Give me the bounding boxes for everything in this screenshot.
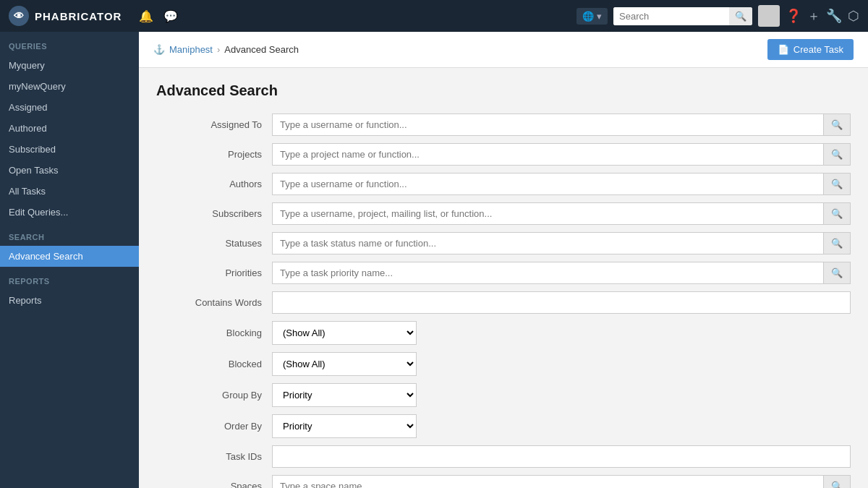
label-authors: Authors xyxy=(156,179,272,189)
control-spaces: 🔍 xyxy=(272,475,851,488)
form-row-assigned-to: Assigned To 🔍 xyxy=(156,114,851,136)
contains-words-input[interactable] xyxy=(272,291,851,314)
sidebar-item-myquery[interactable]: Myquery xyxy=(0,55,139,76)
form-row-statuses: Statuses 🔍 xyxy=(156,232,851,254)
create-task-button[interactable]: 📄 Create Task xyxy=(767,39,854,60)
label-subscribers: Subscribers xyxy=(156,208,272,219)
blocking-select[interactable]: (Show All) xyxy=(272,321,417,345)
advanced-search-form: Assigned To 🔍 Projects 🔍 Aut xyxy=(156,114,851,488)
form-row-priorities: Priorities 🔍 xyxy=(156,262,851,284)
statuses-search-btn[interactable]: 🔍 xyxy=(823,232,851,254)
breadcrumb-bar: ⚓ Maniphest › Advanced Search 📄 Create T… xyxy=(139,32,868,68)
create-task-icon: 📄 xyxy=(778,44,789,55)
form-row-task-ids: Task IDs xyxy=(156,445,851,468)
control-order-by: Priority xyxy=(272,414,851,438)
breadcrumb-anchor-icon: ⚓ xyxy=(153,44,165,55)
form-row-spaces: Spaces 🔍 xyxy=(156,475,851,488)
form-row-contains-words: Contains Words xyxy=(156,291,851,314)
task-ids-input[interactable] xyxy=(272,445,851,468)
label-spaces: Spaces xyxy=(156,481,272,488)
sidebar-item-editqueries[interactable]: Edit Queries... xyxy=(0,202,139,223)
sidebar: QUERIES Myquery myNewQuery Assigned Auth… xyxy=(0,32,139,488)
global-search: 🔍 xyxy=(613,7,752,25)
spaces-search-btn[interactable]: 🔍 xyxy=(823,475,851,488)
control-task-ids xyxy=(272,445,851,468)
assigned-to-input[interactable] xyxy=(272,114,823,136)
page-content: Advanced Search Assigned To 🔍 Projects xyxy=(139,68,868,488)
language-button[interactable]: 🌐 ▾ xyxy=(576,8,608,25)
sidebar-section-queries: QUERIES Myquery myNewQuery Assigned Auth… xyxy=(0,32,139,223)
statuses-input[interactable] xyxy=(272,232,823,254)
control-subscribers: 🔍 xyxy=(272,202,851,225)
control-projects: 🔍 xyxy=(272,143,851,166)
main-layout: QUERIES Myquery myNewQuery Assigned Auth… xyxy=(0,32,868,488)
breadcrumb: ⚓ Maniphest › Advanced Search xyxy=(153,44,299,55)
label-priorities: Priorities xyxy=(156,267,272,278)
settings-icon[interactable]: 🔧 xyxy=(826,8,842,24)
label-order-by: Order By xyxy=(156,421,272,432)
help-icon[interactable]: ❓ xyxy=(786,8,801,24)
sidebar-section-label-queries: QUERIES xyxy=(0,32,139,55)
bell-icon[interactable]: 🔔 xyxy=(136,7,156,26)
sidebar-item-alltasks[interactable]: All Tasks xyxy=(0,181,139,202)
logo-icon: 👁 xyxy=(9,6,29,26)
sidebar-item-mynewquery[interactable]: myNewQuery xyxy=(0,76,139,97)
label-contains-words: Contains Words xyxy=(156,297,272,308)
label-statuses: Statuses xyxy=(156,238,272,249)
avatar[interactable] xyxy=(758,5,780,27)
top-navigation: 👁 PHABRICATOR 🔔 💬 🌐 ▾ 🔍 ❓ ＋ 🔧 ⬡ xyxy=(0,0,868,32)
priorities-search-btn[interactable]: 🔍 xyxy=(823,262,851,284)
blocked-select[interactable]: (Show All) xyxy=(272,352,417,376)
label-task-ids: Task IDs xyxy=(156,451,272,462)
topnav-right-section: 🌐 ▾ 🔍 ❓ ＋ 🔧 ⬡ xyxy=(576,5,859,27)
subscribers-search-btn[interactable]: 🔍 xyxy=(823,202,851,225)
form-row-authors: Authors 🔍 xyxy=(156,173,851,195)
app-name: PHABRICATOR xyxy=(35,10,122,22)
label-group-by: Group By xyxy=(156,390,272,401)
subscribers-input[interactable] xyxy=(272,202,823,225)
control-authors: 🔍 xyxy=(272,173,851,195)
sidebar-item-authored[interactable]: Authored xyxy=(0,118,139,139)
control-group-by: Priority xyxy=(272,383,851,407)
sidebar-item-assigned[interactable]: Assigned xyxy=(0,97,139,118)
control-statuses: 🔍 xyxy=(272,232,851,254)
group-by-select[interactable]: Priority xyxy=(272,383,417,407)
authors-input[interactable] xyxy=(272,173,823,195)
projects-search-btn[interactable]: 🔍 xyxy=(823,143,851,166)
sidebar-section-label-search: SEARCH xyxy=(0,223,139,246)
control-blocking: (Show All) xyxy=(272,321,851,345)
breadcrumb-parent-link[interactable]: Maniphest xyxy=(169,44,213,55)
sidebar-section-reports: REPORTS Reports xyxy=(0,267,139,311)
sidebar-item-reports[interactable]: Reports xyxy=(0,290,139,311)
form-row-projects: Projects 🔍 xyxy=(156,143,851,166)
plus-icon[interactable]: ＋ xyxy=(807,7,820,25)
priorities-input[interactable] xyxy=(272,262,823,284)
label-assigned-to: Assigned To xyxy=(156,119,272,130)
sidebar-item-subscribed[interactable]: Subscribed xyxy=(0,139,139,160)
chat-icon[interactable]: 💬 xyxy=(161,7,181,26)
page-title: Advanced Search xyxy=(156,82,851,99)
sidebar-item-opentasks[interactable]: Open Tasks xyxy=(0,160,139,181)
label-projects: Projects xyxy=(156,149,272,160)
main-content: ⚓ Maniphest › Advanced Search 📄 Create T… xyxy=(139,32,868,488)
control-assigned-to: 🔍 xyxy=(272,114,851,136)
label-blocked: Blocked xyxy=(156,359,272,369)
form-row-blocked: Blocked (Show All) xyxy=(156,352,851,376)
app-logo[interactable]: 👁 PHABRICATOR xyxy=(9,6,122,26)
spaces-input[interactable] xyxy=(272,475,823,488)
projects-input[interactable] xyxy=(272,143,823,166)
order-by-select[interactable]: Priority xyxy=(272,414,417,438)
breadcrumb-current: Advanced Search xyxy=(224,44,299,55)
global-search-button[interactable]: 🔍 xyxy=(729,7,752,25)
authors-search-btn[interactable]: 🔍 xyxy=(823,173,851,195)
form-row-order-by: Order By Priority xyxy=(156,414,851,438)
assigned-to-search-btn[interactable]: 🔍 xyxy=(823,114,851,136)
nav-notification-icons: 🔔 💬 xyxy=(136,7,181,26)
power-icon[interactable]: ⬡ xyxy=(848,8,859,24)
global-search-input[interactable] xyxy=(613,7,729,25)
control-priorities: 🔍 xyxy=(272,262,851,284)
sidebar-item-advancedsearch[interactable]: Advanced Search xyxy=(0,246,139,267)
form-row-group-by: Group By Priority xyxy=(156,383,851,407)
label-blocking: Blocking xyxy=(156,328,272,338)
form-row-subscribers: Subscribers 🔍 xyxy=(156,202,851,225)
